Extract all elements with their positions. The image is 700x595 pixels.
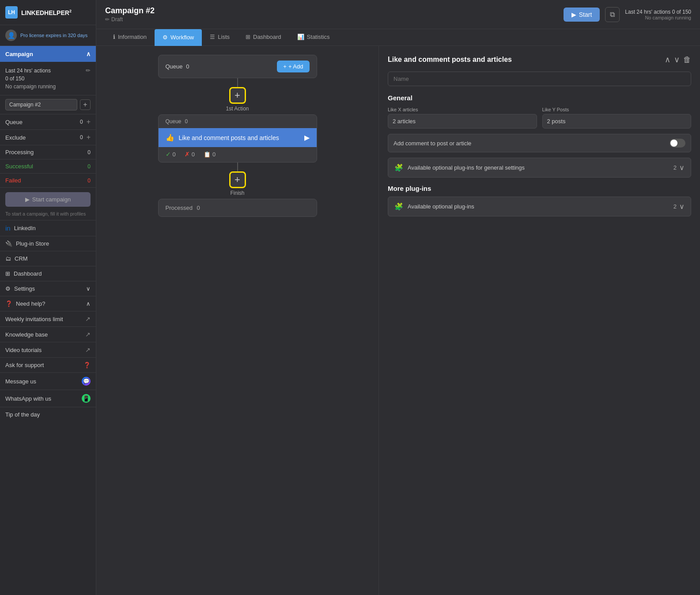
like-y-select[interactable]: 2 posts	[542, 114, 692, 129]
action-stats: ✓ 0 ✗ 0 📋 0	[159, 147, 317, 162]
processing-label: Processing	[5, 149, 34, 155]
main-content: Campaign #2 ✏ Draft ▶ Start ⧉ Last 24 hr…	[96, 0, 700, 595]
plugins-general-left: 🧩 Available optional plug-ins for genera…	[394, 163, 525, 172]
tab-information[interactable]: ℹ Information	[105, 29, 155, 45]
main-start-button[interactable]: ▶ Start	[564, 8, 600, 22]
settings-row: Like X articles 2 articles Like Y Posts …	[388, 107, 691, 129]
header-stats: Last 24 hrs' actions 0 of 150 No campaig…	[625, 9, 691, 20]
campaign-select-row: Campaign #2 +	[0, 95, 96, 114]
tab-workflow-label: Workflow	[170, 34, 194, 41]
delete-button[interactable]: 🗑	[683, 55, 691, 64]
sidebar-item-processing[interactable]: Processing 0	[0, 145, 96, 159]
start-hint: To start a campaign, fill it with profil…	[0, 211, 96, 220]
content-area: Queue 0 + + Add + 1st Action Queue 0	[96, 46, 700, 595]
sidebar-stats: Last 24 hrs' actions ✏ 0 of 150 No campa…	[0, 62, 96, 95]
video-tutorials-label: Video tutorials	[5, 347, 42, 353]
avatar: 👤	[5, 30, 17, 41]
action-queue-label: Queue	[166, 118, 182, 125]
sidebar-item-knowledge-base[interactable]: Knowledge base ↗	[0, 326, 96, 342]
action-box-header[interactable]: 👍 Like and comment posts and articles ▶	[159, 128, 317, 147]
action-arrow-icon: ▶	[304, 133, 310, 142]
sidebar-item-dashboard[interactable]: ⊞ Dashboard	[0, 266, 96, 281]
sidebar-item-whatsapp[interactable]: WhatsApp with us 📱	[0, 390, 96, 407]
sidebar-item-queue[interactable]: Queue 0 +	[0, 114, 96, 130]
queue-add-icon[interactable]: +	[87, 118, 91, 126]
start-campaign-button[interactable]: ▶ Start campaign	[5, 192, 91, 207]
license-text: Pro license expires in 320 days	[20, 33, 87, 38]
campaign-select[interactable]: Campaign #2	[5, 99, 77, 110]
tab-lists[interactable]: ☰ Lists	[202, 29, 238, 45]
queue-box: Queue 0 + + Add	[158, 55, 317, 78]
sidebar-item-weekly-invitations[interactable]: Weekly invitations limit ↗	[0, 311, 96, 326]
sidebar-item-crm[interactable]: 🗂 CRM	[0, 251, 96, 266]
sidebar-item-plugin-store[interactable]: 🔌 Plug-in Store	[0, 236, 96, 251]
add-button[interactable]: + + Add	[277, 61, 309, 72]
dashboard-label: Dashboard	[14, 270, 42, 277]
user-section: 👤 Pro license expires in 320 days	[0, 25, 96, 46]
plugins-more-row[interactable]: 🧩 Available optional plug-ins 2 ∨	[388, 197, 691, 216]
collapse-up-button[interactable]: ∧	[665, 55, 670, 64]
header-right: ▶ Start ⧉ Last 24 hrs' actions 0 of 150 …	[564, 7, 691, 22]
chevron-down-icon-more: ∨	[679, 202, 685, 211]
tab-dashboard[interactable]: ⊞ Dashboard	[238, 29, 289, 45]
tip-label: Tip of the day	[5, 411, 40, 418]
add-campaign-button[interactable]: +	[80, 99, 91, 110]
settings-icon: ⚙	[5, 285, 11, 292]
app-logo: LH LINKEDHELPER2	[0, 0, 96, 25]
need-help-header[interactable]: ❓ Need help? ∧	[0, 296, 96, 311]
failed-count: 0	[87, 178, 91, 184]
copy-button[interactable]: ⧉	[605, 7, 620, 22]
general-section-title: General	[388, 94, 691, 102]
settings-chevron-icon: ∨	[86, 285, 91, 292]
sidebar-item-ask-support[interactable]: Ask for support ❓	[0, 357, 96, 372]
play-icon-header: ▶	[571, 11, 576, 18]
crm-icon: 🗂	[5, 255, 11, 262]
like-x-group: Like X articles 2 articles	[388, 107, 537, 129]
sidebar-item-video-tutorials[interactable]: Video tutorials ↗	[0, 342, 96, 357]
sidebar-item-linkedin[interactable]: in LinkedIn	[0, 220, 96, 236]
plugins-more-count: 2	[674, 203, 677, 210]
edit-icon[interactable]: ✏	[86, 67, 91, 74]
draft-icon: ✏	[105, 16, 110, 23]
sidebar-item-settings[interactable]: ⚙ Settings ∨	[0, 281, 96, 296]
x-icon: ✗	[185, 151, 190, 158]
exclude-label: Exclude	[5, 134, 26, 141]
exclude-add-icon[interactable]: +	[87, 133, 91, 141]
tab-statistics-label: Statistics	[307, 34, 330, 40]
plugins-more-right: 2 ∨	[674, 202, 685, 211]
tab-dashboard-label: Dashboard	[253, 34, 281, 40]
sidebar-item-exclude[interactable]: Exclude 0 +	[0, 130, 96, 145]
panel-title: Like and comment posts and articles	[388, 56, 512, 64]
success-count: 0	[173, 151, 176, 158]
sidebar-item-message-us[interactable]: Message us 💬	[0, 372, 96, 390]
sidebar-item-failed[interactable]: Failed 0	[0, 174, 96, 188]
tab-workflow[interactable]: ⚙ Workflow	[155, 29, 202, 46]
first-action-label: 1st Action	[226, 106, 249, 112]
sidebar-item-successful[interactable]: Successful 0	[0, 159, 96, 174]
like-x-select[interactable]: 2 articles	[388, 114, 537, 129]
plugin-store-icon: 🔌	[5, 240, 12, 247]
puzzle-icon-general: 🧩	[394, 163, 403, 172]
successful-label: Successful	[5, 163, 33, 170]
like-y-label: Like Y Posts	[542, 107, 692, 112]
external-link-icon-2: ↗	[85, 331, 91, 338]
name-input[interactable]	[388, 72, 691, 86]
workflow-icon: ⚙	[163, 34, 168, 41]
tab-statistics[interactable]: 📊 Statistics	[289, 29, 338, 45]
fail-stat: ✗ 0	[185, 151, 195, 158]
plugins-general-row[interactable]: 🧩 Available optional plug-ins for genera…	[388, 158, 691, 178]
add-action-button-bottom[interactable]: +	[229, 171, 246, 188]
processed-box: Processed 0	[158, 199, 317, 217]
queue-box-text: Queue	[166, 63, 183, 70]
add-action-button-top[interactable]: +	[229, 87, 246, 104]
sidebar-item-tip[interactable]: Tip of the day	[0, 407, 96, 422]
linkedin-label: LinkedIn	[14, 225, 36, 231]
collapse-down-button[interactable]: ∨	[674, 55, 680, 64]
sidebar-campaign-header[interactable]: Campaign ∧	[0, 46, 96, 62]
add-comment-toggle[interactable]	[670, 139, 685, 148]
header-stats-title: Last 24 hrs' actions 0 of 150	[625, 9, 691, 15]
doc-count: 0	[212, 151, 216, 158]
right-panel: Like and comment posts and articles ∧ ∨ …	[379, 46, 700, 595]
add-comment-toggle-row: Add comment to post or article	[388, 134, 691, 152]
panel-actions: ∧ ∨ 🗑	[665, 55, 691, 64]
